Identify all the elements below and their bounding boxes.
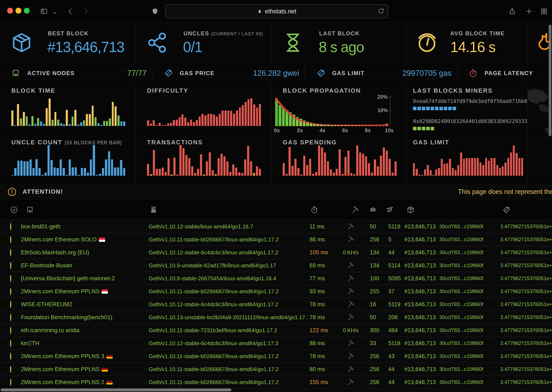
peers-cell: 300 <box>364 327 383 334</box>
transactions-bar <box>250 161 252 176</box>
stopwatch-icon[interactable] <box>310 206 318 214</box>
total-difficulty-cell: 3.477962715376051e+2 <box>480 366 552 372</box>
gas_spending-bar <box>386 151 388 176</box>
block_time-bar <box>86 114 88 126</box>
block-hash-cell: 30ccf783...c15f660f <box>439 224 480 230</box>
new-tab-icon[interactable] <box>525 7 533 15</box>
gas_spending-bar <box>368 163 370 176</box>
node-row[interactable]: EF-Bootnode-BusanGeth/v1.10.9-unstable-6… <box>0 259 552 272</box>
node-row[interactable]: 2Miners.com Ethereum SOLOGeth/v1.10.11-s… <box>0 233 552 246</box>
back-button[interactable] <box>67 7 74 15</box>
node-row[interactable]: 2Miners.com Ethereum PPLNS 2Geth/v1.10.1… <box>0 376 552 388</box>
difficulty-bar <box>190 120 192 126</box>
gas_limit-bar <box>455 170 457 176</box>
tag-icon[interactable] <box>502 206 510 214</box>
peers-cell: 256 <box>364 353 383 360</box>
vertical-scrollbar[interactable] <box>549 25 551 136</box>
node-name: eth.icanmining.ru aridia <box>21 327 149 334</box>
gas_spending-bar <box>318 145 320 176</box>
miner-entry[interactable]: 0x829BD824B016326A401d083B33D092293333A8… <box>413 118 524 130</box>
gas-limit-value: 29970705 gas <box>402 69 452 78</box>
map-blob <box>528 82 552 133</box>
laptop-icon[interactable] <box>150 206 158 214</box>
saturn-icon[interactable] <box>386 206 394 214</box>
mined-block-square <box>435 107 438 110</box>
clock-check-icon[interactable] <box>10 206 18 214</box>
forward-button[interactable] <box>82 7 90 15</box>
block-time-panel: BLOCK TIME <box>0 82 135 133</box>
transactions-bar <box>241 173 243 176</box>
uncles-sublabel: (CURRENT / LAST 50) <box>211 31 263 36</box>
latency-cell: 69 ms <box>308 262 337 269</box>
difficulty-bar <box>147 120 149 126</box>
node-row[interactable]: kinΞTHGeth/v1.10.12-stable-6c4dc6c3/linu… <box>0 336 552 350</box>
last-block-cell: #13,646,713 <box>403 236 439 243</box>
gas_spending-bar <box>297 168 300 176</box>
node-row[interactable]: eth.icanmining.ru aridiaGeth/v1.10.11-st… <box>0 324 552 336</box>
alert-icon <box>7 187 17 197</box>
flag-de-icon <box>101 367 108 371</box>
zoom-window-button[interactable] <box>24 8 30 14</box>
pickaxe-icon <box>347 275 354 282</box>
share-icon[interactable] <box>509 7 516 15</box>
address-bar[interactable]: ethstats.net <box>165 4 388 18</box>
node-row[interactable]: WISE-ETHEREUM2Geth/v1.10.12-stable-6c4dc… <box>0 298 552 311</box>
block_time-bar <box>115 106 117 126</box>
block-hash-cell: 30ccf783...c15f660f <box>439 288 480 294</box>
node-row[interactable]: 2Miners.com Ethereum PPLNS 3Geth/v1.10.1… <box>0 350 552 363</box>
client-version: Geth/v1.10.12-stable-6c4dc6c3/linux-amd6… <box>149 301 308 308</box>
horizontal-scrollbar[interactable] <box>1 388 231 391</box>
node-row[interactable]: [Universa Blockchain] geth-mainnet-2Geth… <box>0 272 552 285</box>
transactions-bar <box>253 173 255 176</box>
difficulty-bar <box>176 120 178 126</box>
sidebar-toggle-icon[interactable] <box>40 7 48 15</box>
mined-block-square <box>430 107 434 110</box>
mining-cell <box>337 314 364 321</box>
cube-icon[interactable] <box>407 206 415 214</box>
tab-overview-icon[interactable] <box>540 7 548 15</box>
transactions-bar <box>221 154 222 176</box>
propagation-y-axis <box>390 96 390 126</box>
block_time-bar <box>106 121 108 126</box>
people-icon[interactable] <box>369 206 377 214</box>
node-row[interactable]: Foundation Benchmarking(bench01)Geth/v1.… <box>0 311 552 324</box>
pickaxe-icon <box>347 366 354 373</box>
status-cell <box>0 327 21 334</box>
block_time-bar <box>112 102 114 126</box>
block-hash-cell: 30ccf783...c15f660f <box>439 379 480 385</box>
difficulty-bar <box>204 115 207 126</box>
latency-cell: 88 ms <box>308 340 337 347</box>
pending-cell: 5 <box>383 236 403 243</box>
uncle_count-bar <box>96 175 98 176</box>
miner-entry[interactable]: 0xea674fdde714fd979de3edf0f56aa9716b898e… <box>413 98 524 110</box>
chevron-down-icon[interactable] <box>52 9 57 17</box>
close-window-button[interactable] <box>7 8 13 14</box>
status-cell <box>0 262 21 269</box>
gas_limit-bar <box>419 175 421 176</box>
node-row[interactable]: 2Miners.com Ethereum PPLNSGeth/v1.10.11-… <box>0 363 552 376</box>
mined-block-square <box>448 107 452 110</box>
gas-price-value: 126.282 gwei <box>253 69 299 78</box>
reload-icon[interactable] <box>378 8 385 14</box>
node-row[interactable]: bce-bnd01-gethGeth/v1.10.12-stable/linux… <box>0 220 552 233</box>
transactions-bar <box>226 161 229 176</box>
gas_spending-bar <box>383 147 385 176</box>
mined-block-square <box>426 107 430 110</box>
privacy-shield-icon[interactable] <box>151 7 159 15</box>
attention-message: This page does not represent the <box>458 188 552 196</box>
transactions-bar <box>150 174 152 176</box>
gas_spending-bar <box>286 174 288 176</box>
difficulty-bar <box>193 122 195 126</box>
node-row[interactable]: 2Miners.com Ethereum PPLNSGeth/v1.10.11-… <box>0 285 552 298</box>
transactions-bar <box>232 164 234 176</box>
best-block-card: BEST BLOCK #13,646,713 <box>0 22 135 65</box>
monitor-icon[interactable] <box>26 206 34 214</box>
node-row[interactable]: EthSolo.MaxHash.org (EU)Geth/v1.10.12-st… <box>0 246 552 259</box>
transactions-bar <box>165 172 167 176</box>
transactions-bar <box>200 154 202 176</box>
gas_spending-bar <box>330 169 332 176</box>
uncle_count-bar <box>54 167 56 176</box>
minimize-window-button[interactable] <box>15 8 21 14</box>
peers-cell: 50 <box>364 224 383 230</box>
pickaxe-icon[interactable] <box>351 206 359 214</box>
